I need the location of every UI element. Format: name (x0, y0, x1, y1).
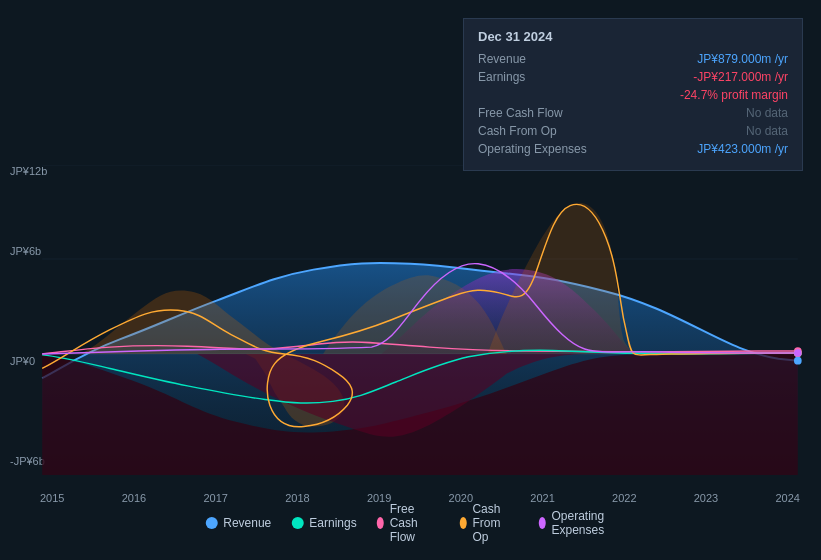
opex-endpoint (794, 349, 802, 357)
cfo-label: Cash From Op (478, 124, 557, 138)
profit-margin-value: -24.7% profit margin (680, 88, 788, 102)
chart-container: Dec 31 2024 Revenue JP¥879.000m /yr Earn… (0, 0, 821, 560)
earnings-label: Earnings (478, 70, 525, 84)
opex-label: Operating Expenses (478, 142, 587, 156)
x-label-2023: 2023 (694, 492, 718, 504)
legend-dot-fcf (377, 517, 384, 529)
legend-earnings: Earnings (291, 516, 356, 530)
info-row-revenue: Revenue JP¥879.000m /yr (478, 52, 788, 66)
x-label-2015: 2015 (40, 492, 64, 504)
legend-dot-earnings (291, 517, 303, 529)
info-row-earnings: Earnings -JP¥217.000m /yr (478, 70, 788, 84)
info-tooltip: Dec 31 2024 Revenue JP¥879.000m /yr Earn… (463, 18, 803, 171)
legend-opex: Operating Expenses (538, 509, 615, 537)
legend-label-fcf: Free Cash Flow (390, 502, 440, 544)
revenue-endpoint (794, 357, 802, 365)
legend-label-revenue: Revenue (223, 516, 271, 530)
chart-legend: Revenue Earnings Free Cash Flow Cash Fro… (205, 502, 616, 544)
earnings-value: -JP¥217.000m /yr (693, 70, 788, 84)
opex-value: JP¥423.000m /yr (697, 142, 788, 156)
legend-dot-opex (538, 517, 545, 529)
legend-revenue: Revenue (205, 516, 271, 530)
fcf-value: No data (746, 106, 788, 120)
legend-label-opex: Operating Expenses (551, 509, 615, 537)
info-row-opex: Operating Expenses JP¥423.000m /yr (478, 142, 788, 156)
x-label-2016: 2016 (122, 492, 146, 504)
legend-label-cfo: Cash From Op (472, 502, 518, 544)
legend-cfo: Cash From Op (459, 502, 518, 544)
info-row-cfo: Cash From Op No data (478, 124, 788, 138)
chart-svg (30, 165, 810, 475)
revenue-label: Revenue (478, 52, 526, 66)
x-label-2024: 2024 (775, 492, 799, 504)
cfo-value: No data (746, 124, 788, 138)
legend-dot-revenue (205, 517, 217, 529)
legend-label-earnings: Earnings (309, 516, 356, 530)
tooltip-date: Dec 31 2024 (478, 29, 788, 44)
legend-fcf: Free Cash Flow (377, 502, 440, 544)
profit-margin-row: -24.7% profit margin (478, 88, 788, 102)
legend-dot-cfo (459, 517, 466, 529)
info-row-fcf: Free Cash Flow No data (478, 106, 788, 120)
revenue-value: JP¥879.000m /yr (697, 52, 788, 66)
fcf-label: Free Cash Flow (478, 106, 563, 120)
